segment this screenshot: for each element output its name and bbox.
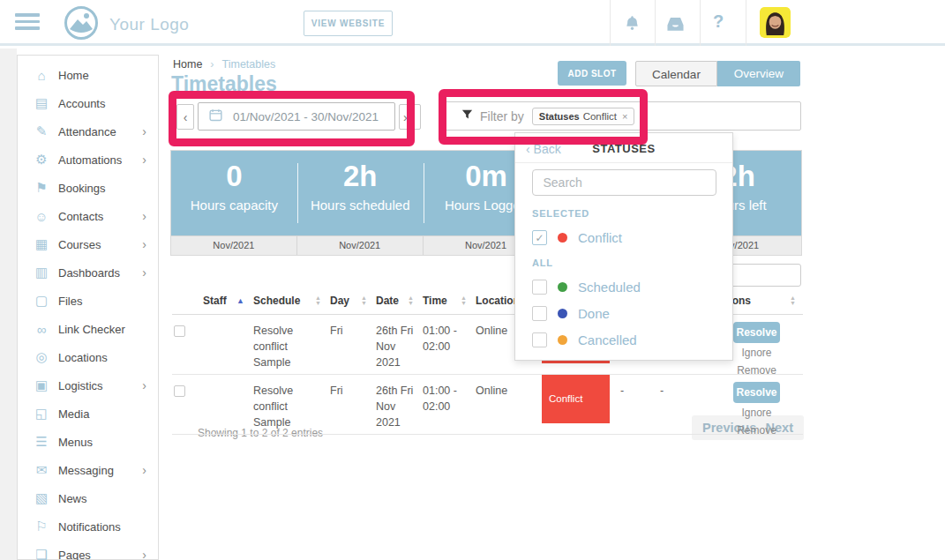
calendar-icon xyxy=(208,108,223,126)
sidebar-item-label: Accounts xyxy=(58,97,105,110)
cell-time: 01:00 - 02:00 xyxy=(421,374,474,434)
sidebar-item-bookings[interactable]: ⚑Bookings xyxy=(18,174,158,202)
chevron-right-icon: › xyxy=(142,463,146,477)
sidebar-item-courses[interactable]: ▦Courses› xyxy=(18,230,158,258)
sidebar-item-menus[interactable]: ☰Menus xyxy=(18,428,158,456)
resolve-button[interactable]: Resolve xyxy=(733,322,780,343)
tab-calendar[interactable]: Calendar xyxy=(635,61,717,86)
stats-card-label: Hours scheduled xyxy=(297,198,424,213)
all-heading: ALL xyxy=(532,258,732,268)
sidebar-item-link-checker[interactable]: ∞Link Checker xyxy=(18,315,158,343)
stats-card-label: Hours capacity xyxy=(171,198,297,213)
sidebar-item-label: Pages xyxy=(58,549,91,560)
avatar[interactable] xyxy=(760,7,791,38)
sidebar-item-media[interactable]: ◱Media xyxy=(18,399,158,428)
sidebar-item-locations[interactable]: ◎Locations xyxy=(18,343,158,371)
locations-icon: ◎ xyxy=(33,349,50,365)
automations-icon: ⚙ xyxy=(33,152,50,168)
column-header-label: Time xyxy=(423,295,447,307)
page-gutter xyxy=(0,49,17,560)
stats-card-period: Nov/2021 xyxy=(297,236,424,255)
remove-link[interactable]: Remove xyxy=(737,423,776,438)
column-header-checkbox xyxy=(172,293,201,314)
sidebar-item-messaging[interactable]: ✉Messaging› xyxy=(18,456,158,484)
sidebar-item-accounts[interactable]: ▤Accounts xyxy=(18,89,158,117)
sidebar-item-pages[interactable]: ❏Pages› xyxy=(18,541,158,560)
date-range-field[interactable]: 01/Nov/2021 - 30/Nov/2021 xyxy=(198,102,395,131)
stats-card-value: 2h xyxy=(297,161,424,191)
column-header-staff[interactable]: Staff▲ xyxy=(201,293,251,314)
status-option-label: Cancelled xyxy=(578,332,637,347)
view-website-button[interactable]: VIEW WEBSITE xyxy=(304,11,393,36)
row-checkbox-cell xyxy=(172,314,201,374)
sidebar-item-contacts[interactable]: ☺Contacts› xyxy=(18,202,158,230)
stats-card-period: Nov/2021 xyxy=(171,236,297,255)
status-checkbox[interactable]: ✓ xyxy=(532,230,547,245)
selected-heading: SELECTED xyxy=(532,208,732,219)
attendance-icon: ✎ xyxy=(33,123,50,139)
sort-down-icon: ▼ xyxy=(315,301,321,306)
hamburger-menu-icon[interactable] xyxy=(15,13,40,33)
status-option-scheduled[interactable]: Scheduled xyxy=(532,280,732,295)
status-option-conflict[interactable]: ✓Conflict xyxy=(532,230,732,245)
sidebar-item-label: Attendance xyxy=(58,125,116,138)
breadcrumb-home[interactable]: Home xyxy=(173,58,202,71)
cell-date: 26th Fri Nov 2021 xyxy=(374,374,421,434)
sidebar-item-home[interactable]: ⌂Home xyxy=(18,61,158,89)
row-checkbox[interactable] xyxy=(174,385,185,397)
status-checkbox[interactable] xyxy=(532,306,547,321)
status-checkbox[interactable] xyxy=(532,280,547,295)
status-option-done[interactable]: Done xyxy=(532,306,732,321)
status-option-cancelled[interactable]: Cancelled xyxy=(532,332,732,347)
column-header-day[interactable]: Day▲▼ xyxy=(328,293,374,314)
filter-bar[interactable]: Filter by Statuses Conflict × xyxy=(440,101,801,131)
header-divider xyxy=(700,0,701,46)
media-icon: ◱ xyxy=(33,406,50,422)
sidebar-item-attendance[interactable]: ✎Attendance› xyxy=(18,117,158,146)
sidebar-item-news[interactable]: ▧News xyxy=(18,484,158,512)
table-row: Resolve conflict SampleFri26th Fri Nov 2… xyxy=(172,374,803,434)
contacts-icon: ☺ xyxy=(33,209,50,224)
sidebar-item-dashboards[interactable]: ▥Dashboards› xyxy=(18,258,158,287)
column-header-label: Location xyxy=(476,295,520,307)
cell-extra2: - xyxy=(658,374,710,434)
sidebar-item-label: Media xyxy=(58,407,89,421)
link-checker-icon: ∞ xyxy=(33,322,50,337)
filter-tag-statuses-conflict[interactable]: Statuses Conflict × xyxy=(532,108,635,125)
filter-icon xyxy=(461,108,474,124)
column-header-label: Date xyxy=(376,295,399,307)
add-slot-button[interactable]: ADD SLOT xyxy=(558,61,626,86)
ignore-link[interactable]: Ignore xyxy=(741,406,771,421)
sidebar-item-notifications[interactable]: ⚐Notifications xyxy=(18,512,158,541)
inbox-icon[interactable] xyxy=(664,15,686,36)
column-header-time[interactable]: Time▲▼ xyxy=(421,293,474,314)
sidebar-item-logistics[interactable]: ▣Logistics› xyxy=(18,371,158,399)
column-header-schedule[interactable]: Schedule▲▼ xyxy=(251,293,328,314)
logo[interactable]: Your Logo xyxy=(64,5,189,44)
dropdown-header: ‹ Back STATUSES xyxy=(515,133,732,162)
tab-overview[interactable]: Overview xyxy=(717,61,800,86)
sidebar-item-label: Courses xyxy=(58,238,101,251)
resolve-button[interactable]: Resolve xyxy=(733,382,780,403)
cell-location: Online xyxy=(474,374,542,434)
column-header-date[interactable]: Date▲▼ xyxy=(374,293,421,314)
filter-tag-remove-icon[interactable]: × xyxy=(622,111,627,122)
sidebar-item-automations[interactable]: ⚙Automations› xyxy=(18,146,158,174)
date-next-button[interactable]: › xyxy=(399,104,421,130)
sidebar: ⌂Home▤Accounts✎Attendance›⚙Automations›⚑… xyxy=(17,55,159,560)
ignore-link[interactable]: Ignore xyxy=(741,346,771,361)
sidebar-item-label: Automations xyxy=(58,153,122,167)
chevron-right-icon: › xyxy=(142,209,146,223)
chevron-right-icon: › xyxy=(142,237,146,251)
status-checkbox[interactable] xyxy=(532,332,547,347)
row-checkbox[interactable] xyxy=(174,325,185,337)
sidebar-item-files[interactable]: ▢Files xyxy=(18,287,158,315)
menus-icon: ☰ xyxy=(33,434,50,450)
date-prev-button[interactable]: ‹ xyxy=(176,104,194,130)
sidebar-item-label: News xyxy=(58,492,87,505)
status-search-input[interactable] xyxy=(532,169,716,196)
notifications-bell-icon[interactable] xyxy=(622,13,642,37)
help-icon[interactable]: ? xyxy=(713,11,724,32)
sidebar-item-label: Files xyxy=(58,295,82,308)
sort-down-icon: ▼ xyxy=(790,301,796,306)
